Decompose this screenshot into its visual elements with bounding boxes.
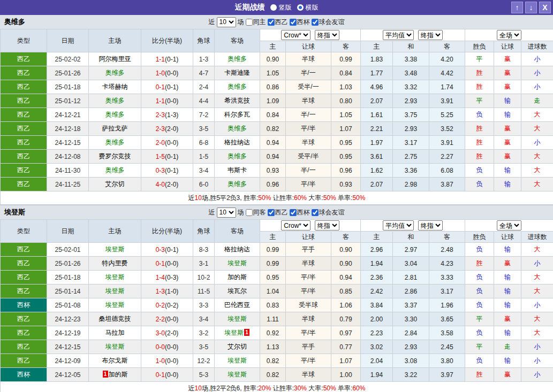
league-filter[interactable]: 西杯	[290, 208, 310, 217]
date-cell: 24-12-15	[47, 340, 89, 354]
same-venue-filter[interactable]: 同客	[246, 208, 266, 217]
same-venue-checkbox[interactable]	[246, 209, 253, 216]
home-team-cell: 埃登斯	[89, 271, 141, 285]
team-name-link[interactable]: 埃登斯	[228, 259, 247, 267]
matches-table: 类型 日期 主场 比分(半场) 角球 客场 Crow* 终指 平均值 终指	[0, 29, 553, 205]
col-header-date: 日期	[47, 220, 89, 243]
team-name-link[interactable]: 奥维多	[105, 166, 125, 174]
league-checkbox[interactable]	[268, 19, 275, 26]
avg-type-select[interactable]: 平均值	[383, 30, 414, 40]
team-name-link[interactable]: 埃登斯	[228, 371, 247, 378]
result-goals-cell: 小	[521, 66, 553, 80]
team-name-link[interactable]: 希洪竞技	[224, 97, 250, 104]
date-cell: 25-01-26	[47, 257, 89, 271]
match-row: 西乙25-02-01埃登斯0-3(0-1)8-3格拉纳达0.99平手0.902.…	[1, 243, 553, 257]
team-name-link[interactable]: 奥维多	[105, 111, 125, 118]
avg-draw-cell: 3.17	[393, 136, 429, 150]
home-team-cell: 马拉加	[89, 326, 141, 340]
scope-select[interactable]: 全场	[497, 30, 521, 40]
team-name-link[interactable]: 奥维多	[228, 83, 247, 90]
team-name-link[interactable]: 韦斯卡	[228, 166, 247, 174]
home-team-cell: 萨拉戈萨	[89, 122, 141, 136]
team-name-link[interactable]: 特内里费	[102, 259, 128, 267]
team-name-link[interactable]: 奥维多	[228, 180, 247, 188]
same-venue-checkbox[interactable]	[246, 19, 253, 26]
away-team-cell: 奥维多	[215, 178, 260, 191]
team-name-link[interactable]: 奥维多	[105, 139, 125, 146]
result-handicap-cell: 输	[494, 243, 521, 257]
layout-radio[interactable]: 横版	[297, 3, 319, 12]
team-name-link[interactable]: 格拉纳达	[224, 245, 250, 253]
scroll-up-button[interactable]: ↑	[511, 2, 523, 13]
team-name-link[interactable]: 埃登斯	[228, 357, 247, 364]
team-name-link[interactable]: 格拉纳达	[224, 139, 250, 146]
team-name-link[interactable]: 艾尔切	[228, 343, 247, 350]
team-name-link[interactable]: 费罗尔竞技	[99, 152, 131, 160]
team-name-link[interactable]: 埃登斯	[105, 287, 125, 295]
league-filter[interactable]: 西乙	[268, 18, 288, 27]
league-checkbox[interactable]	[312, 209, 319, 216]
team-name-link[interactable]: 卡斯迪隆	[224, 69, 250, 76]
league-filter[interactable]: 球会友谊	[312, 208, 345, 217]
team-name-link[interactable]: 奥维多	[105, 69, 125, 76]
result-handicap-cell: 赢	[494, 66, 521, 80]
odds-time-select[interactable]: 终指	[315, 30, 339, 40]
team-name-link[interactable]: 奥维多	[228, 152, 247, 160]
team-name-link[interactable]: 桑坦德竞技	[99, 315, 131, 322]
team-name-link[interactable]: 埃登斯	[105, 301, 125, 309]
avg-away-cell: 3.87	[429, 178, 465, 191]
league-checkbox[interactable]	[268, 209, 275, 216]
team-name-link[interactable]: 加的斯	[109, 371, 128, 378]
result-handicap-cell: 赢	[494, 80, 521, 94]
team-name-link[interactable]: 马拉加	[105, 329, 125, 336]
layout-radio[interactable]: 竖版	[270, 3, 292, 12]
team-name-link[interactable]: 布尔戈斯	[102, 357, 128, 364]
team-name-link[interactable]: 埃瓦尔	[228, 287, 247, 295]
result-outcome-cell: 负	[465, 178, 494, 191]
odds-company-select[interactable]: Crow*	[281, 30, 310, 40]
result-goals-cell: 小	[521, 257, 553, 271]
avg-time-select[interactable]: 终指	[418, 30, 443, 40]
team-name-link[interactable]: 阿尔梅里亚	[99, 55, 131, 63]
avg-type-select[interactable]: 平均值	[383, 220, 414, 230]
team-section-eldense: 埃登斯 近10场同客西乙西杯球会友谊 类型 日期 主场 比分(半场) 角球 客场	[0, 205, 553, 392]
close-button[interactable]: X	[539, 2, 551, 13]
radio-icon[interactable]	[270, 4, 277, 11]
radio-icon[interactable]	[297, 4, 304, 11]
match-count-select[interactable]: 10	[217, 207, 236, 218]
scroll-down-button[interactable]: ↓	[525, 2, 537, 13]
league-checkbox[interactable]	[312, 19, 319, 26]
team-name-link[interactable]: 奥维多	[228, 55, 247, 63]
same-venue-filter[interactable]: 同主	[246, 18, 266, 27]
home-team-cell: 桑坦德竞技	[89, 312, 141, 326]
team-name-link[interactable]: 加的斯	[228, 273, 247, 281]
team-name-link[interactable]: 埃登斯	[228, 315, 247, 322]
match-count-select[interactable]: 10	[217, 17, 236, 27]
league-filter[interactable]: 西杯	[290, 18, 310, 27]
titlebar-buttons: ↑↓X	[511, 2, 551, 13]
summary-segment: 大率:	[307, 385, 323, 392]
league-filter[interactable]: 球会友谊	[312, 18, 345, 27]
league-filter[interactable]: 西乙	[268, 208, 288, 217]
team-name-link[interactable]: 卡塔赫纳	[102, 83, 128, 90]
scope-select[interactable]: 全场	[497, 220, 521, 230]
team-name-link[interactable]: 埃登斯	[105, 343, 125, 350]
team-name-link[interactable]: 埃登斯	[105, 273, 125, 281]
odds-away-cell: 1.03	[331, 80, 361, 94]
odds-company-select[interactable]: Crow*	[281, 220, 310, 230]
league-checkbox[interactable]	[290, 209, 297, 216]
col-header-away: 客场	[215, 29, 260, 52]
team-name-link[interactable]: 奥维多	[105, 97, 125, 104]
avg-time-select[interactable]: 终指	[418, 220, 443, 230]
team-name-link[interactable]: 奥维多	[228, 125, 247, 132]
team-name-link[interactable]: 巴伦西亚	[224, 301, 250, 309]
team-name-link[interactable]: 埃登斯	[105, 245, 125, 253]
team-name-link[interactable]: 科尔多瓦	[224, 111, 250, 118]
team-name-link[interactable]: 艾尔切	[105, 180, 125, 188]
odds-time-select[interactable]: 终指	[315, 220, 339, 230]
games-label: 场	[238, 18, 244, 27]
league-checkbox[interactable]	[290, 19, 297, 26]
team-name-link[interactable]: 埃登斯	[224, 329, 244, 336]
team-name-link[interactable]: 萨拉戈萨	[102, 125, 128, 132]
match-row: 西乙25-02-02阿尔梅里亚1-1(0-1)1-3奥维多0.90半球0.991…	[1, 52, 553, 66]
